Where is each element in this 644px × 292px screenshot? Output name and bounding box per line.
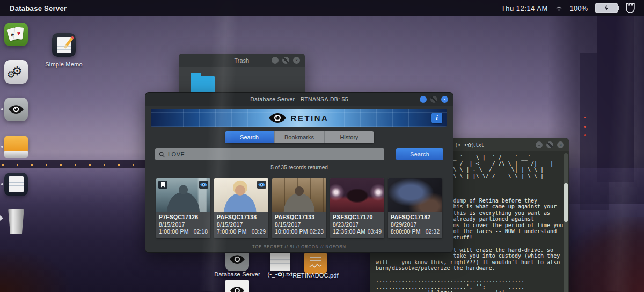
results-row: P7FSQC17126 8/15/2017 1:00:00 PM 02:18 P… bbox=[156, 178, 442, 238]
maximize-button[interactable] bbox=[282, 57, 289, 64]
video-thumbnail[interactable] bbox=[272, 178, 326, 212]
close-button[interactable]: × bbox=[441, 96, 448, 103]
video-record-card[interactable]: P7FSQC17126 8/15/2017 1:00:00 PM 02:18 bbox=[156, 178, 210, 238]
retinadoc-pdf-desktop-icon[interactable] bbox=[304, 251, 327, 274]
record-duration: 03:29 bbox=[252, 228, 266, 235]
antenna-lights bbox=[584, 117, 586, 118]
hard-drive-app-icon[interactable] bbox=[4, 135, 28, 159]
tab-search[interactable]: Search bbox=[225, 131, 275, 143]
document-eye-desktop-icon[interactable] bbox=[225, 280, 249, 292]
drive-icon bbox=[4, 136, 28, 151]
folder-icon[interactable] bbox=[191, 76, 215, 93]
tab-history[interactable]: History bbox=[325, 131, 374, 143]
database-window-titlebar[interactable]: Database Server - RTNANSA.DB: 55 – × bbox=[145, 93, 453, 106]
maximize-button[interactable] bbox=[430, 96, 437, 103]
document-eye-icon bbox=[230, 287, 244, 292]
running-indicator bbox=[1, 108, 3, 110]
bookmark-badge-icon[interactable] bbox=[158, 181, 167, 189]
battery-icon bbox=[595, 3, 618, 13]
results-summary: 5 of 35 records returned bbox=[145, 164, 453, 170]
menu-clock: Thu 12:14 AM bbox=[501, 4, 548, 12]
record-duration: 03:49 bbox=[368, 228, 382, 235]
minimize-button[interactable]: – bbox=[536, 141, 543, 148]
simple-memo-label: Simple Memo bbox=[37, 61, 91, 68]
eye-app-icon bbox=[230, 255, 245, 264]
scrollbar-thumb[interactable] bbox=[564, 183, 568, 222]
retina-app-icon[interactable] bbox=[4, 98, 28, 121]
running-indicator bbox=[1, 183, 3, 185]
minimize-button[interactable]: – bbox=[420, 96, 427, 103]
tab-bookmarks[interactable]: Bookmarks bbox=[275, 131, 325, 143]
desktop: ♠ ♥ ⚙ ⚙ Simple Memo bbox=[0, 0, 644, 292]
heart-card-icon: ♥ bbox=[14, 27, 24, 40]
close-button[interactable]: × bbox=[293, 57, 300, 64]
video-thumbnail[interactable] bbox=[156, 178, 210, 212]
search-icon bbox=[159, 152, 165, 158]
wifi-icon bbox=[555, 6, 562, 11]
running-indicator bbox=[1, 146, 3, 148]
eye-icon bbox=[9, 105, 24, 114]
maximize-button[interactable] bbox=[546, 141, 553, 148]
notes-app-icon[interactable] bbox=[4, 173, 28, 196]
trash-window-titlebar[interactable]: Trash – × bbox=[179, 54, 305, 67]
viewed-eye-icon bbox=[199, 181, 208, 189]
minimize-button[interactable]: – bbox=[272, 57, 279, 64]
drive-base bbox=[4, 151, 28, 158]
video-thumbnail[interactable] bbox=[388, 178, 442, 212]
video-record-card[interactable]: PSFSQC17170 8/23/2017 12:35:00 AM 03:49 bbox=[330, 178, 384, 238]
video-record-card[interactable]: PAFSQC17138 8/15/2017 7:00:00 PM 03:29 bbox=[214, 178, 268, 238]
database-server-window: Database Server - RTNANSA.DB: 55 – × RET… bbox=[145, 92, 453, 253]
charging-bolt-icon bbox=[604, 5, 609, 11]
settings-app-icon[interactable]: ⚙ ⚙ bbox=[4, 60, 28, 84]
simple-memo-desktop-icon[interactable] bbox=[52, 33, 76, 57]
record-date: 8/15/2017 bbox=[159, 221, 208, 229]
memo-pencil-icon bbox=[57, 37, 71, 53]
close-button[interactable]: × bbox=[557, 141, 564, 148]
search-input[interactable] bbox=[167, 151, 373, 158]
battery-percent: 100% bbox=[570, 4, 588, 12]
record-duration: 02:23 bbox=[310, 228, 324, 235]
dock: ♠ ♥ ⚙ ⚙ bbox=[0, 16, 33, 292]
scrollbar-track[interactable] bbox=[564, 153, 568, 292]
record-date: 8/15/2017 bbox=[217, 221, 266, 229]
pdf-document-icon bbox=[310, 257, 321, 261]
tab-bar: Search Bookmarks History bbox=[225, 131, 374, 143]
record-id: PAFSQC17138 bbox=[217, 214, 266, 221]
viewed-eye-icon bbox=[257, 181, 266, 189]
menu-bar: Database Server Thu 12:14 AM 100% bbox=[0, 0, 644, 16]
shield-icon[interactable] bbox=[625, 3, 635, 14]
classification-banner: TOP SECRET // SI // ORCON // NOFORN bbox=[145, 244, 453, 249]
video-thumbnail[interactable] bbox=[330, 178, 384, 212]
video-record-card[interactable]: PAFSQC17133 8/15/2017 10:00:00 PM 02:23 bbox=[272, 178, 326, 238]
record-id: PAFSQC17133 bbox=[275, 214, 324, 221]
retina-eye-logo bbox=[269, 113, 286, 123]
dock-arrow-indicator bbox=[0, 215, 3, 221]
retina-brand-text: RETINA bbox=[291, 114, 329, 123]
video-record-card[interactable]: PAFSQC17182 8/29/2017 8:00:00 PM 02:32 bbox=[388, 178, 442, 238]
record-id: PAFSQC17182 bbox=[391, 214, 440, 221]
notepad-icon bbox=[9, 176, 24, 192]
search-row: Search bbox=[155, 148, 443, 160]
retina-banner: RETINA i bbox=[151, 109, 447, 127]
menu-app-name[interactable]: Database Server bbox=[10, 4, 67, 12]
trash-can-icon bbox=[8, 209, 25, 234]
building-tower bbox=[597, 16, 634, 182]
info-button[interactable]: i bbox=[431, 113, 442, 123]
database-window-title: Database Server - RTNANSA.DB: 55 bbox=[145, 96, 453, 102]
retinadoc-icon-label: RETINADOC.pdf bbox=[283, 272, 348, 279]
search-button[interactable]: Search bbox=[396, 148, 443, 160]
record-duration: 02:32 bbox=[426, 228, 440, 235]
record-date: 8/23/2017 bbox=[333, 221, 382, 229]
video-thumbnail[interactable] bbox=[214, 178, 268, 212]
record-date: 8/29/2017 bbox=[391, 221, 440, 229]
signature-line-icon bbox=[309, 263, 322, 268]
record-date: 8/15/2017 bbox=[275, 221, 324, 229]
record-id: P7FSQC17126 bbox=[159, 214, 208, 221]
record-duration: 02:18 bbox=[194, 228, 208, 235]
solitaire-app-icon[interactable]: ♠ ♥ bbox=[4, 23, 28, 46]
search-box bbox=[155, 148, 384, 160]
gear-icon: ⚙ bbox=[7, 69, 15, 80]
trash-dock-icon[interactable] bbox=[4, 207, 28, 235]
record-id: PSFSQC17170 bbox=[333, 214, 382, 221]
pencil-icon bbox=[63, 36, 74, 49]
